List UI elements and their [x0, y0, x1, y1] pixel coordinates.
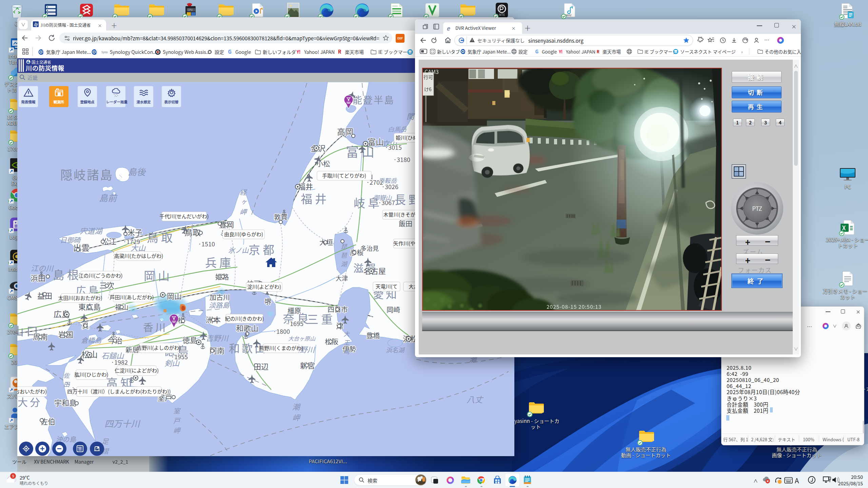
svg-text:仁淀川(によどがわ): 仁淀川(によどがわ): [115, 367, 159, 374]
svg-text:紀の川(きのかわ): 紀の川(きのかわ): [225, 315, 264, 322]
svg-text:浜名湖: 浜名湖: [386, 345, 405, 354]
svg-text:浜田: 浜田: [31, 272, 45, 283]
svg-text:江の川: 江の川: [31, 262, 54, 273]
svg-text:PTZ: PTZ: [752, 204, 762, 212]
svg-text:R: R: [338, 49, 341, 55]
svg-text:徳島: 徳島: [182, 334, 197, 345]
svg-text:四万十川: 四万十川: [104, 417, 141, 429]
svg-text:·3067: ·3067: [378, 198, 395, 207]
svg-text:八丈: 八丈: [467, 393, 484, 405]
svg-text:·1510: ·1510: [198, 239, 215, 248]
svg-text:大津: 大津: [336, 273, 348, 282]
svg-text:福井: 福井: [301, 190, 329, 207]
svg-text:(おおいたがわ): (おおいたがわ): [17, 388, 47, 395]
svg-text:·1982: ·1982: [111, 358, 128, 366]
svg-text:白馬岳: 白馬岳: [388, 124, 407, 133]
svg-text:高岡: 高岡: [337, 125, 353, 137]
svg-text:由良川(ゆらがわ): 由良川(ゆらがわ): [224, 230, 263, 238]
svg-text:潮岬: 潮岬: [291, 401, 301, 423]
svg-text:肱川(ひじかわ): 肱川(ひじかわ): [74, 371, 108, 378]
svg-text:能登半島: 能登半島: [353, 93, 395, 106]
svg-text:吉野川(よしのがわ): 吉野川(よしのがわ): [137, 344, 181, 351]
svg-text:関: 関: [407, 110, 415, 121]
svg-text:佐田: 佐田: [62, 371, 71, 388]
svg-text:NTE: NTE: [499, 13, 505, 17]
svg-text:·1955: ·1955: [171, 352, 188, 361]
svg-text:名古屋: 名古屋: [363, 265, 386, 276]
svg-text:·1800: ·1800: [273, 327, 290, 336]
svg-text:鳥取: 鳥取: [147, 229, 175, 245]
svg-text:Y!: Y!: [559, 49, 563, 54]
svg-text:鳥取: 鳥取: [184, 226, 201, 238]
svg-text:経ヶ岬: 経ヶ岬: [238, 187, 248, 217]
svg-text:宍道湖: 宍道湖: [80, 225, 103, 236]
svg-text:·3180: ·3180: [393, 155, 410, 164]
svg-text:隠岐諸島: 隠岐諸島: [60, 165, 113, 183]
svg-text:岡山: 岡山: [167, 290, 182, 301]
svg-text:倉橋島: 倉橋島: [81, 335, 102, 345]
svg-text:R: R: [597, 49, 599, 54]
svg-text:京都: 京都: [249, 241, 277, 258]
svg-text:·1729: ·1729: [123, 237, 140, 246]
svg-text:堺: 堺: [264, 297, 271, 306]
svg-text:CPU: CPU: [188, 8, 193, 12]
svg-text:天竜川(て: 天竜川(て: [375, 283, 397, 290]
svg-text:江の川(ごうのかわ): 江の川(ごうのかわ): [78, 272, 122, 279]
svg-text:大台ヶ原山: 大台ヶ原山: [288, 334, 316, 342]
svg-text:琵琶湖: 琵琶湖: [339, 242, 348, 268]
svg-text:米子: 米子: [127, 226, 142, 237]
svg-text:島後: 島後: [128, 165, 146, 178]
svg-text:香川: 香川: [143, 319, 167, 334]
svg-text:岡山: 岡山: [144, 267, 172, 284]
svg-text:太田川(おおたがわ): 太田川(おおたがわ): [58, 294, 102, 301]
svg-text:宇和島: 宇和島: [54, 397, 77, 408]
svg-text:·3015: ·3015: [385, 143, 402, 151]
svg-text:手取川(てどりがわ): 手取川(てどりがわ): [322, 172, 366, 179]
svg-text:島前: 島前: [99, 191, 118, 204]
svg-text:飯田: 飯田: [399, 219, 412, 228]
svg-text:和歌山: 和歌山: [236, 322, 258, 333]
svg-text:多治見: 多治見: [360, 244, 379, 252]
svg-text:G: G: [228, 49, 232, 55]
svg-text:吉野川: 吉野川: [206, 332, 229, 343]
svg-text:芦田川(あしだがわ): 芦田川(あしだがわ): [110, 293, 154, 301]
svg-text:大王崎: 大王崎: [342, 329, 351, 355]
svg-text:島根: 島根: [53, 266, 81, 283]
svg-text:高梁川(たかはしがわ): 高梁川(たかはしがわ): [114, 252, 163, 259]
svg-text:WAV: WAV: [566, 13, 572, 17]
svg-text:淡路島: 淡路島: [209, 300, 230, 310]
svg-text:氷ノ山: 氷ノ山: [228, 245, 249, 255]
svg-text:G: G: [535, 49, 538, 54]
svg-text:日御碕: 日御碕: [60, 235, 81, 245]
svg-text:四万十川（渡川）(しまんとがわ(わたりがわ)): 四万十川（渡川）(しまんとがわ(わたりがわ)): [67, 388, 171, 395]
svg-text:Y!: Y!: [297, 49, 300, 55]
svg-text:橿原: 橿原: [288, 306, 301, 316]
svg-text:岡崎: 岡崎: [387, 305, 400, 314]
svg-text:千代川(せんだいがわ): 千代川(せんだいがわ): [159, 212, 209, 220]
svg-text:熊野川(くまのがわ): 熊野川(くまのがわ): [259, 344, 303, 351]
svg-text:·3026: ·3026: [381, 182, 398, 191]
svg-text:室戸岬: 室戸岬: [172, 406, 182, 435]
svg-text:兵庫: 兵庫: [205, 254, 234, 270]
svg-text:淀川(よどがわ): 淀川(よどがわ): [247, 283, 281, 290]
svg-text:富山: 富山: [368, 136, 384, 147]
